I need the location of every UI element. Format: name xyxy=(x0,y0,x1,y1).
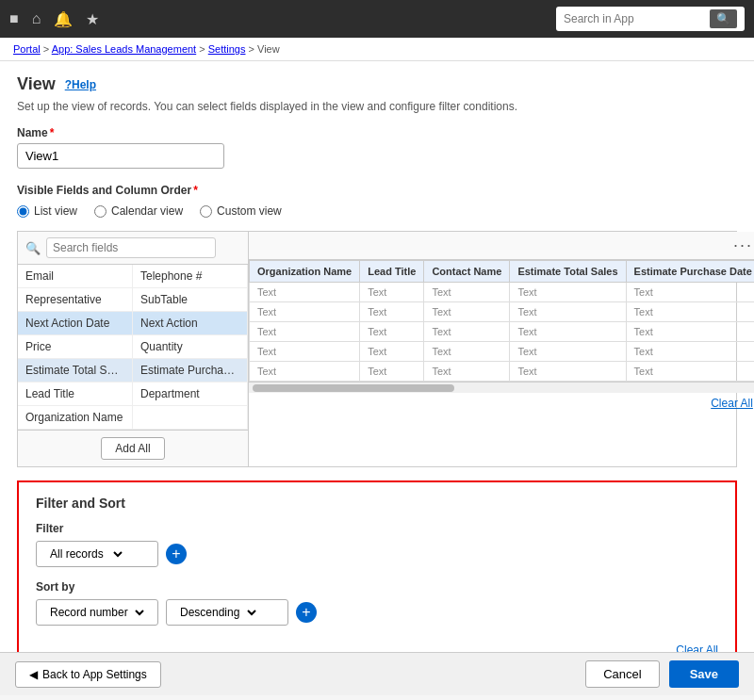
cancel-button[interactable]: Cancel xyxy=(585,660,659,688)
table-row: TextTextTextTextText xyxy=(250,342,755,362)
list-item[interactable]: Estimate Total Sales xyxy=(18,359,133,383)
sort-add-button[interactable]: + xyxy=(296,602,317,623)
col-lead-title: Lead Title xyxy=(360,261,424,283)
home-nav-icon[interactable]: ⌂ xyxy=(32,10,41,27)
clear-all-right: Clear All xyxy=(249,393,754,414)
footer-bar: ◀ Back to App Settings Cancel Save xyxy=(0,652,754,695)
list-item[interactable]: Quantity xyxy=(133,335,248,359)
calendar-view-radio[interactable] xyxy=(94,205,107,218)
list-item[interactable]: Price xyxy=(18,335,133,359)
view-type-radio-group: List view Calendar view Custom view xyxy=(17,204,737,218)
list-item[interactable]: Telephone # xyxy=(133,265,248,288)
fields-right-header: ··· xyxy=(249,232,754,260)
sort-order-select-wrapper[interactable]: Ascending Descending xyxy=(166,599,288,626)
filter-add-button[interactable]: + xyxy=(166,544,187,564)
sort-field-select-wrapper[interactable]: Record number Lead Title Contact Name xyxy=(36,599,158,626)
custom-view-radio[interactable] xyxy=(200,205,212,218)
calendar-view-option[interactable]: Calendar view xyxy=(94,204,183,218)
table-row: TextTextTextTextText xyxy=(250,283,755,302)
list-item[interactable]: Estimate Purchase D... xyxy=(133,359,248,383)
fields-search-bar: 🔍 xyxy=(18,232,248,265)
page-title-row: View ?Help xyxy=(17,74,737,94)
search-button[interactable]: 🔍 xyxy=(710,9,737,28)
table-row: TextTextTextTextText xyxy=(250,302,755,322)
bell-icon[interactable]: 🔔 xyxy=(54,10,73,28)
list-item[interactable]: Email xyxy=(18,265,133,288)
col-org-name: Organization Name xyxy=(250,261,360,283)
add-all-button[interactable]: Add All xyxy=(101,437,164,460)
dots-menu-icon[interactable]: ··· xyxy=(733,236,753,255)
field-list: Email Telephone # Representative SubTabl… xyxy=(18,265,248,430)
filter-dropdown-row: All records My records Custom + xyxy=(36,541,718,567)
filter-sort-title: Filter and Sort xyxy=(36,496,718,511)
list-item[interactable]: Next Action Date xyxy=(18,312,133,335)
list-view-option[interactable]: List view xyxy=(17,204,77,218)
list-item[interactable]: SubTable xyxy=(133,288,248,312)
filter-select[interactable]: All records My records Custom xyxy=(46,546,125,562)
horizontal-scrollbar[interactable] xyxy=(249,382,754,393)
breadcrumb-portal[interactable]: Portal xyxy=(13,43,41,55)
sort-label: Sort by xyxy=(36,580,718,594)
back-arrow-icon: ◀ xyxy=(29,668,38,681)
filter-sort-section: Filter and Sort Filter All records My re… xyxy=(17,480,737,652)
col-estimate-date: Estimate Purchase Date xyxy=(626,261,754,283)
preview-table: Organization Name Lead Title Contact Nam… xyxy=(249,260,754,382)
home-icon[interactable]: ■ xyxy=(9,10,19,27)
fields-left-panel: 🔍 Email Telephone # Representative SubTa… xyxy=(18,232,249,466)
list-item[interactable]: Representative xyxy=(18,288,133,312)
list-item[interactable]: Organization Name xyxy=(18,406,133,430)
breadcrumb: Portal > App: Sales Leads Management > S… xyxy=(0,38,754,61)
list-view-radio[interactable] xyxy=(17,205,29,218)
custom-view-option[interactable]: Custom view xyxy=(200,204,282,218)
list-item xyxy=(133,406,248,430)
horizontal-scroll-thumb xyxy=(253,384,454,392)
sort-field-select[interactable]: Record number Lead Title Contact Name xyxy=(46,605,147,620)
fields-area: 🔍 Email Telephone # Representative SubTa… xyxy=(17,231,737,467)
filter-row: Filter All records My records Custom + xyxy=(36,522,718,567)
top-navigation: ■ ⌂ 🔔 ★ 🔍 xyxy=(0,0,754,38)
search-bar: 🔍 xyxy=(556,7,745,31)
visible-fields-label: Visible Fields and Column Order* xyxy=(17,184,737,197)
list-item[interactable]: Lead Title xyxy=(18,383,133,406)
main-content: View ?Help Set up the view of records. Y… xyxy=(0,61,754,652)
footer-right: Cancel Save xyxy=(585,660,739,688)
list-item[interactable]: Next Action xyxy=(133,312,248,335)
col-estimate-sales: Estimate Total Sales xyxy=(510,261,626,283)
col-contact-name: Contact Name xyxy=(424,261,510,283)
filter-label: Filter xyxy=(36,522,718,535)
name-label: Name* xyxy=(17,126,737,139)
save-button[interactable]: Save xyxy=(669,660,739,688)
search-input[interactable] xyxy=(564,12,704,25)
filter-clear-all-button[interactable]: Clear All xyxy=(676,643,718,652)
field-search-icon: 🔍 xyxy=(25,241,41,255)
table-row: TextTextTextTextText xyxy=(250,362,755,382)
page-description: Set up the view of records. You can sele… xyxy=(17,100,737,113)
preview-scroll[interactable]: Organization Name Lead Title Contact Nam… xyxy=(249,260,754,382)
sort-row: Sort by Record number Lead Title Contact… xyxy=(36,580,718,626)
breadcrumb-settings[interactable]: Settings xyxy=(208,43,246,55)
sort-order-select[interactable]: Ascending Descending xyxy=(176,605,259,620)
fields-right-panel: ··· Organization Name Lead Title Contact… xyxy=(249,232,754,466)
field-search-input[interactable] xyxy=(46,237,216,258)
page-title: View xyxy=(17,74,56,94)
breadcrumb-current: View xyxy=(257,43,280,55)
breadcrumb-app[interactable]: App: Sales Leads Management xyxy=(52,43,197,55)
filter-select-wrapper[interactable]: All records My records Custom xyxy=(36,541,158,567)
star-icon[interactable]: ★ xyxy=(86,10,99,28)
help-link[interactable]: ?Help xyxy=(65,78,96,91)
clear-all-button[interactable]: Clear All xyxy=(711,397,753,410)
sort-dropdown-row: Record number Lead Title Contact Name As… xyxy=(36,599,718,626)
name-input[interactable] xyxy=(17,143,224,169)
table-row: TextTextTextTextText xyxy=(250,322,755,342)
fields-add-bar: Add All xyxy=(18,430,248,466)
table-header-row: Organization Name Lead Title Contact Nam… xyxy=(250,261,755,283)
list-item[interactable]: Department xyxy=(133,383,248,406)
back-to-app-settings-button[interactable]: ◀ Back to App Settings xyxy=(15,661,161,688)
